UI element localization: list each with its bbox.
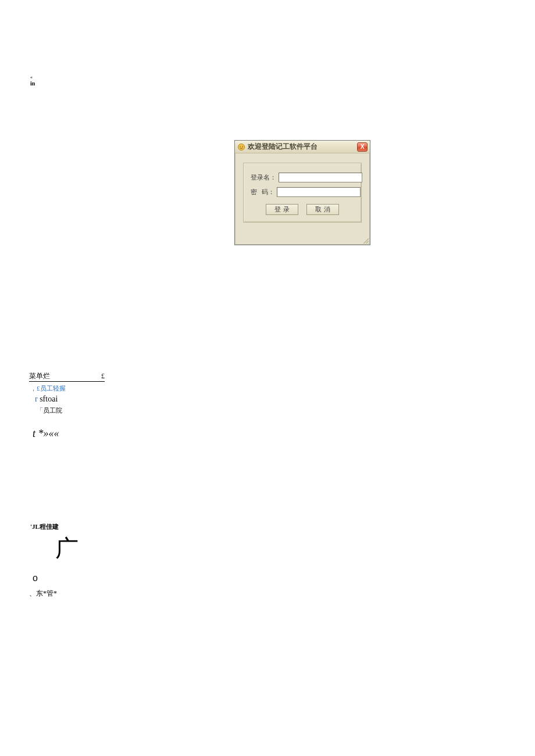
login-window: 欢迎登陆记工软件平台 X 登录名： 密 码： 登录 取消 — [234, 140, 370, 245]
page-fragment: 、东*管* — [29, 589, 57, 597]
page-fragment: t *»«« — [33, 428, 59, 440]
cancel-button[interactable]: 取消 — [306, 204, 339, 215]
app-icon — [237, 143, 245, 151]
menu-header-left: 菜单烂 — [29, 372, 50, 380]
page-fragment-text: sftoai — [40, 395, 58, 403]
page-fragment-text: 员工院 — [43, 407, 62, 414]
login-body: 登录名： 密 码： 登录 取消 — [235, 153, 370, 230]
password-label: 密 码： — [251, 188, 274, 196]
password-input[interactable] — [277, 187, 361, 197]
resize-grip-icon[interactable] — [362, 237, 369, 243]
window-title: 欢迎登陆记工软件平台 — [248, 142, 357, 152]
username-row: 登录名： — [251, 173, 354, 182]
page-fragment: in — [30, 80, 35, 87]
svg-point-0 — [238, 144, 245, 150]
password-row: 密 码： — [251, 187, 354, 197]
page-fragment: r sftoai — [35, 395, 58, 404]
page-fragment: 「员工院 — [37, 407, 62, 414]
page-fragment: o — [33, 572, 38, 583]
login-button[interactable]: 登录 — [266, 204, 298, 215]
login-panel: 登录名： 密 码： 登录 取消 — [243, 163, 362, 223]
page-fragment: 'JL程佳建 — [30, 523, 59, 531]
page-fragment: 广 — [55, 535, 79, 562]
svg-point-2 — [242, 146, 243, 147]
username-label: 登录名： — [251, 173, 276, 182]
page-fragment-lead: r — [35, 395, 40, 403]
menu-header-right: £ — [101, 372, 105, 380]
close-button[interactable]: X — [357, 142, 368, 152]
titlebar[interactable]: 欢迎登陆记工软件平台 X — [235, 141, 370, 153]
button-row: 登录 取消 — [251, 204, 354, 215]
svg-point-1 — [240, 146, 241, 147]
menu-header: 菜单烂 £ — [29, 372, 105, 382]
page-fragment-lead: 「 — [37, 407, 43, 414]
username-input[interactable] — [279, 173, 362, 182]
page-fragment: « — [30, 74, 33, 80]
page-fragment: ，£员工轻握 — [30, 385, 66, 392]
